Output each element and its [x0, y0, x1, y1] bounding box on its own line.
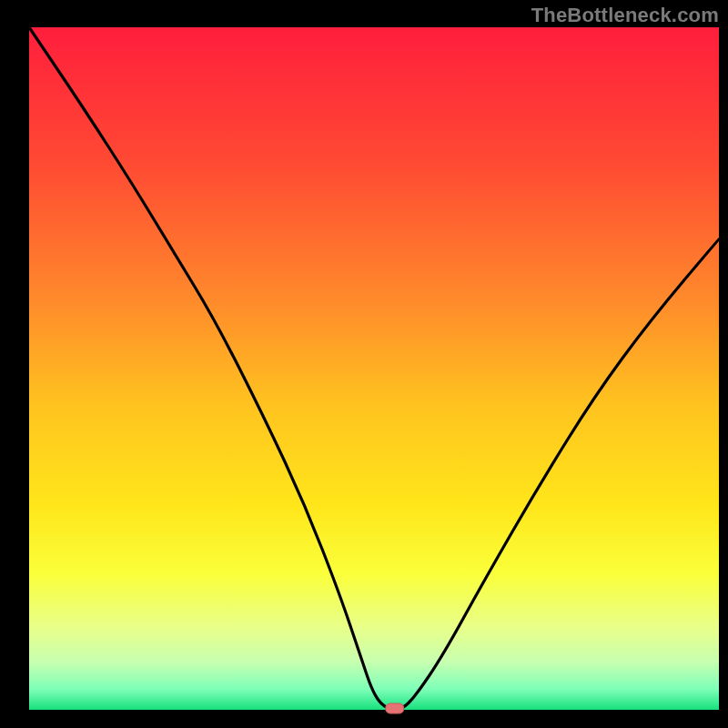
chart-container: TheBottleneck.com	[0, 0, 728, 728]
optimum-marker	[386, 703, 404, 713]
bottleneck-chart	[0, 0, 728, 728]
watermark-label: TheBottleneck.com	[531, 4, 719, 27]
